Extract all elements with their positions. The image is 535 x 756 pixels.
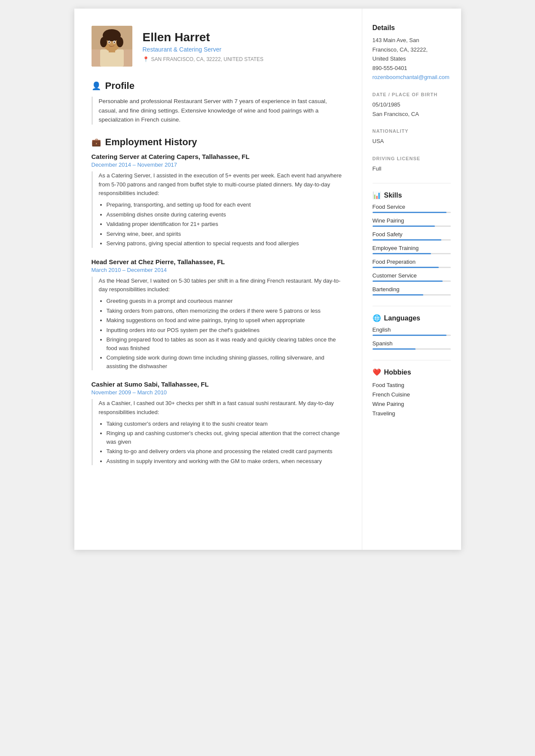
svg-point-10 bbox=[108, 42, 110, 43]
languages-container: EnglishSpanish bbox=[373, 326, 451, 350]
language-bar-fill bbox=[373, 348, 416, 350]
skill-bar-fill bbox=[373, 239, 441, 241]
job-item: Cashier at Sumo Sabi, Tallahassee, FLNov… bbox=[92, 381, 345, 465]
address-line2: Francisco, CA, 32222, bbox=[373, 46, 451, 54]
job-intro: As a Cashier, I cashed out 30+ checks pe… bbox=[99, 399, 345, 417]
skills-heading: 📊 Skills bbox=[373, 191, 451, 199]
skill-name: Customer Service bbox=[373, 272, 451, 279]
driving-label: DRIVING LICENSE bbox=[373, 156, 451, 161]
address-line1: 143 Main Ave, San bbox=[373, 36, 451, 45]
nationality-label: NATIONALITY bbox=[373, 128, 451, 134]
hobby-item: Traveling bbox=[373, 409, 451, 418]
job-bullet: Inputting orders into our POS system per… bbox=[107, 326, 345, 335]
job-bullets: Preparing, transporting, and setting up … bbox=[99, 201, 345, 248]
divider-3 bbox=[373, 360, 451, 360]
job-item: Catering Server at Catering Capers, Tall… bbox=[92, 153, 345, 248]
dob-label: DATE / PLACE OF BIRTH bbox=[373, 92, 451, 97]
job-description: As a Cashier, I cashed out 30+ checks pe… bbox=[92, 399, 345, 465]
job-dates: December 2014 – November 2017 bbox=[92, 162, 345, 168]
job-bullet: Taking orders from patrons, often memori… bbox=[107, 307, 345, 315]
svg-point-6 bbox=[100, 37, 107, 47]
skill-item: Food Service bbox=[373, 204, 451, 213]
main-content: Ellen Harret Restaurant & Catering Serve… bbox=[74, 9, 362, 550]
avatar-svg bbox=[92, 26, 132, 67]
job-bullet: Completing side work during down time in… bbox=[107, 354, 345, 370]
heart-icon: ❤️ bbox=[373, 368, 381, 376]
location-icon: 📍 bbox=[143, 56, 149, 62]
skill-item: Wine Pairing bbox=[373, 217, 451, 227]
skills-icon: 📊 bbox=[373, 191, 381, 199]
job-bullet: Taking customer's orders and relaying it… bbox=[107, 420, 345, 428]
skill-bar-track bbox=[373, 294, 451, 296]
svg-point-11 bbox=[113, 42, 115, 43]
job-title: Catering Server at Catering Capers, Tall… bbox=[92, 153, 345, 160]
skill-name: Food Service bbox=[373, 204, 451, 210]
job-description: As a Catering Server, I assisted in the … bbox=[92, 171, 345, 248]
skill-bar-track bbox=[373, 280, 451, 282]
job-intro: As the Head Server, I waited on 5-30 tab… bbox=[99, 277, 345, 295]
hobby-item: Food Tasting bbox=[373, 381, 451, 390]
job-intro: As a Catering Server, I assisted in the … bbox=[99, 171, 345, 198]
job-title: Cashier at Sumo Sabi, Tallahassee, FL bbox=[92, 381, 345, 388]
address-line3: United States bbox=[373, 55, 451, 63]
language-item: Spanish bbox=[373, 340, 451, 350]
job-description: As the Head Server, I waited on 5-30 tab… bbox=[92, 277, 345, 371]
job-bullet: Taking to-go and delivery orders via pho… bbox=[107, 447, 345, 456]
driving-value: Full bbox=[373, 165, 451, 173]
skill-bar-track bbox=[373, 212, 451, 213]
skill-bar-fill bbox=[373, 294, 423, 296]
job-bullet: Serving wine, beer, and spirits bbox=[107, 230, 345, 238]
candidate-name: Ellen Harret bbox=[143, 30, 264, 44]
jobs-container: Catering Server at Catering Capers, Tall… bbox=[92, 153, 345, 466]
employment-heading: 💼 Employment History bbox=[92, 137, 345, 148]
briefcase-icon: 💼 bbox=[92, 137, 101, 147]
skill-name: Food Safety bbox=[373, 231, 451, 238]
job-bullets: Taking customer's orders and relaying it… bbox=[99, 420, 345, 466]
driving-section: DRIVING LICENSE Full bbox=[373, 156, 451, 173]
skill-bar-track bbox=[373, 239, 451, 241]
job-item: Head Server at Chez Pierre, Tallahassee,… bbox=[92, 258, 345, 371]
resume-container: Ellen Harret Restaurant & Catering Serve… bbox=[74, 9, 461, 550]
details-section: Details 143 Main Ave, San Francisco, CA,… bbox=[373, 24, 451, 81]
hobbies-container: Food TastingFrench CuisineWine PairingTr… bbox=[373, 381, 451, 418]
avatar bbox=[92, 26, 132, 67]
job-dates: March 2010 – December 2014 bbox=[92, 267, 345, 273]
candidate-subtitle: Restaurant & Catering Server bbox=[143, 46, 264, 53]
languages-section: 🌐 Languages EnglishSpanish bbox=[373, 314, 451, 350]
skill-bar-track bbox=[373, 253, 451, 254]
language-bar-fill bbox=[373, 335, 447, 336]
job-bullet: Preparing, transporting, and setting up … bbox=[107, 201, 345, 209]
job-bullet: Validating proper identification for 21+… bbox=[107, 220, 345, 229]
profile-section: 👤 Profile Personable and professional Re… bbox=[92, 80, 345, 125]
skill-name: Employee Training bbox=[373, 245, 451, 251]
globe-icon: 🌐 bbox=[373, 314, 381, 322]
job-bullets: Greeting guests in a prompt and courteou… bbox=[99, 297, 345, 370]
skill-bar-fill bbox=[373, 212, 447, 213]
divider-1 bbox=[373, 183, 451, 183]
languages-heading: 🌐 Languages bbox=[373, 314, 451, 322]
dob-place: San Francisco, CA bbox=[373, 110, 451, 119]
job-bullet: Assisting in supply inventory and workin… bbox=[107, 457, 345, 466]
profile-text: Personable and professional Restaurant S… bbox=[92, 97, 345, 125]
skill-item: Employee Training bbox=[373, 245, 451, 254]
language-item: English bbox=[373, 326, 451, 336]
skill-item: Customer Service bbox=[373, 272, 451, 282]
skills-container: Food ServiceWine PairingFood SafetyEmplo… bbox=[373, 204, 451, 296]
job-bullet: Assembling dishes onsite during catering… bbox=[107, 210, 345, 219]
skill-bar-fill bbox=[373, 280, 443, 282]
hobbies-heading: ❤️ Hobbies bbox=[373, 368, 451, 376]
skill-bar-fill bbox=[373, 226, 435, 227]
skill-name: Food Preperation bbox=[373, 259, 451, 265]
details-title: Details bbox=[373, 24, 451, 32]
email-link[interactable]: rozenboomchantal@gmail.com bbox=[373, 74, 449, 80]
profile-heading: 👤 Profile bbox=[92, 80, 345, 91]
header-section: Ellen Harret Restaurant & Catering Serve… bbox=[92, 26, 345, 67]
skill-item: Food Safety bbox=[373, 231, 451, 241]
hobby-item: Wine Pairing bbox=[373, 399, 451, 409]
phone: 890-555-0401 bbox=[373, 64, 451, 73]
profile-icon: 👤 bbox=[92, 81, 101, 91]
employment-section: 💼 Employment History Catering Server at … bbox=[92, 137, 345, 466]
job-dates: November 2009 – March 2010 bbox=[92, 389, 345, 396]
nationality-section: NATIONALITY USA bbox=[373, 128, 451, 146]
skill-name: Wine Pairing bbox=[373, 217, 451, 224]
